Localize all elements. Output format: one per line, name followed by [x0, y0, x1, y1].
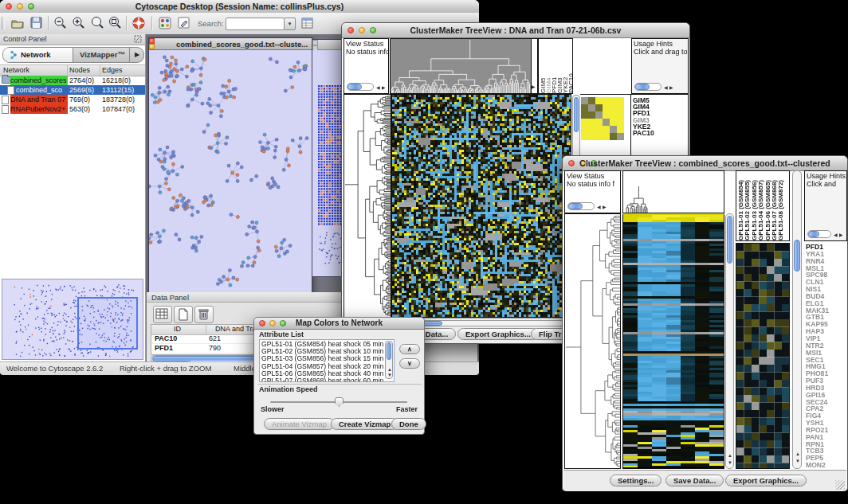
- attribute-browser-button[interactable]: [300, 15, 316, 31]
- tab-network-label: Network: [21, 50, 50, 59]
- done-button[interactable]: Done: [391, 418, 426, 430]
- right-panel-vscrollbar[interactable]: ▲ ▼: [792, 170, 802, 469]
- attribute-list-item[interactable]: GPL51-07 (GSM868) heat shock 60 min: [261, 377, 383, 382]
- zoom-selected-button[interactable]: [107, 15, 123, 31]
- tab-network[interactable]: Network: [3, 48, 73, 62]
- export-graphics-button[interactable]: Export Graphics...: [725, 475, 807, 486]
- usage-hints-title: Usage Hints: [634, 40, 673, 48]
- usage-hints-text: Click and: [807, 180, 836, 188]
- search-dropdown-button[interactable]: ▾: [284, 18, 296, 30]
- main-titlebar[interactable]: Cytoscape Desktop (Session Name: collins…: [0, 0, 479, 14]
- zoom-fit-button[interactable]: [89, 15, 105, 31]
- treeview-dna-title: ClusterMaker TreeView : DNA and Tran 07-…: [342, 25, 689, 35]
- status-welcome: Welcome to Cytoscape 2.6.2: [6, 364, 103, 373]
- animate-vizmap-button[interactable]: Animate Vizmap: [264, 418, 335, 430]
- move-up-button[interactable]: ∧: [399, 344, 420, 354]
- annotation-button[interactable]: [176, 15, 192, 31]
- heatmap-vscrollbar[interactable]: ▲ ▼: [725, 213, 734, 469]
- move-down-button[interactable]: ∨: [399, 358, 420, 369]
- data-panel-title: Data Panel: [151, 293, 189, 302]
- search-input[interactable]: [226, 18, 285, 30]
- view-status-title: View Status: [567, 172, 604, 180]
- network-canvas[interactable]: [149, 50, 310, 291]
- map-colors-titlebar[interactable]: Map Colors to Network: [254, 318, 424, 330]
- treeview-combined-title: ClusterMaker TreeView : combined_scores_…: [563, 158, 847, 168]
- search-label: Search:: [198, 19, 224, 28]
- treeview-combined-buttonbar: Settings... Save Data... Export Graphics…: [563, 470, 846, 491]
- close-icon[interactable]: [312, 40, 318, 45]
- network-row[interactable]: combined_scores 2764(0) 16218(0): [0, 76, 145, 85]
- network-view-title: combined_scores_good.txt--cluste...: [176, 40, 310, 49]
- column-labels-panel: GPL51-01 (GSM854)GPL51-02 (GSM855)GPL51-…: [736, 170, 790, 241]
- usage-hints-panel: Usage Hints Click and drag to ◀▶: [631, 38, 689, 94]
- vizmapper-button[interactable]: [157, 15, 173, 31]
- control-panel: Control Panel Network VizMapper™ ▶ Netwo…: [0, 34, 146, 361]
- heatmap-panel[interactable]: [391, 94, 571, 318]
- attribute-list[interactable]: GPL51-01 (GSM854) heat shock 05 minGPL51…: [259, 339, 395, 382]
- open-file-button[interactable]: [10, 15, 26, 31]
- slider-thumb[interactable]: [335, 397, 344, 407]
- control-panel-title: Control Panel: [3, 35, 47, 43]
- id-column-header[interactable]: ID: [174, 325, 181, 333]
- create-vizmap-button[interactable]: Create Vizmap: [331, 418, 398, 430]
- dialog-title: Map Colors to Network: [254, 318, 424, 327]
- column-label: PAC10: [568, 41, 573, 93]
- view-status-text: No status info f: [567, 180, 614, 188]
- window-title: Cytoscape Desktop (Session Name: collins…: [0, 2, 479, 11]
- usage-hints-title: Usage Hints: [807, 172, 846, 180]
- minimize-icon[interactable]: [149, 44, 155, 49]
- zoom-in-button[interactable]: [71, 15, 87, 31]
- row-dendrogram-panel[interactable]: [344, 94, 391, 318]
- column-dendrogram-panel[interactable]: [390, 38, 532, 94]
- attribute-list-label: Attribute List: [259, 330, 304, 338]
- view-status-panel: View Status No status info f ◀▶: [564, 170, 621, 213]
- column-labels: GPL51-01 (GSM854)GPL51-02 (GSM855)GPL51-…: [738, 173, 785, 240]
- panel-tabs: Network VizMapper™ ▶: [2, 47, 144, 63]
- float-panel-icon[interactable]: [134, 35, 142, 43]
- resize-grip[interactable]: [835, 480, 845, 490]
- gene-labels-panel: PFD1YRA1RNR4MSL1SPC98CLN1NIS1BUD4ELG1MAK…: [804, 243, 847, 469]
- overview-viewport-rect[interactable]: [77, 297, 138, 350]
- tab-vizmapper-label: VizMapper™: [80, 50, 125, 59]
- close-icon[interactable]: [149, 38, 155, 44]
- treeview-combined-window: ClusterMaker TreeView : combined_scores_…: [562, 155, 848, 491]
- col-nodes[interactable]: Nodes: [69, 66, 90, 74]
- network-overview-panel: [2, 279, 143, 360]
- column-label: GPL51-08 (GSM872): [778, 173, 784, 240]
- settings-button[interactable]: Settings...: [610, 475, 662, 486]
- zoom-out-button[interactable]: [53, 15, 69, 31]
- animation-speed-slider[interactable]: [270, 397, 407, 408]
- select-attributes-button[interactable]: [153, 306, 172, 323]
- global-heatmap-panel[interactable]: [736, 243, 790, 469]
- faster-label: Faster: [396, 405, 418, 413]
- attribute-list-scrollbar[interactable]: ▲ ▼: [385, 341, 393, 379]
- network-row[interactable]: DNA and Tran 07 769(0) 183728(0): [0, 95, 145, 104]
- network-tab-icon: [10, 50, 18, 60]
- network-row[interactable]: RNAPuberNov2+ 563(0) 107847(0): [0, 104, 145, 114]
- col-network[interactable]: Network: [3, 66, 29, 74]
- column-labels: GIM5GIM4PFD1GIM3YKE2PAC10: [540, 41, 573, 93]
- export-graphics-button[interactable]: Export Graphics...: [457, 328, 539, 340]
- col-edges[interactable]: Edges: [102, 66, 123, 74]
- column-labels-panel: GIM5GIM4PFD1GIM3YKE2PAC10: [538, 38, 573, 94]
- view-status-panel: View Status No status info f ◀▶: [344, 38, 389, 94]
- treeview-dna-titlebar[interactable]: ClusterMaker TreeView : DNA and Tran 07-…: [342, 23, 689, 38]
- delete-attribute-button[interactable]: [194, 306, 214, 323]
- desktop: Cytoscape Desktop (Session Name: collins…: [0, 0, 848, 504]
- save-data-button[interactable]: Save Data...: [665, 475, 724, 486]
- network-row[interactable]: combined_sco 2569(6) 13112(15): [0, 85, 145, 95]
- network-view-titlebar[interactable]: combined_scores_good.txt--cluste...: [149, 38, 312, 50]
- network-table-header: Network Nodes Edges: [0, 64, 145, 76]
- dendrogram-gutter: ▶: [532, 38, 538, 94]
- row-dendrogram-panel[interactable]: [564, 213, 621, 469]
- tab-vizmapper[interactable]: VizMapper™: [73, 48, 129, 62]
- gene-labels: PFD1YRA1RNR4MSL1SPC98CLN1NIS1BUD4ELG1MAK…: [806, 244, 829, 469]
- tab-overflow-button[interactable]: ▶: [129, 48, 144, 62]
- create-attribute-button[interactable]: [174, 306, 193, 323]
- column-dendrogram-panel[interactable]: [622, 170, 724, 213]
- column-label: GPL51-04 (GSM857): [758, 173, 764, 240]
- help-button[interactable]: [131, 15, 147, 31]
- heatmap-panel[interactable]: [622, 213, 724, 469]
- treeview-combined-titlebar[interactable]: ClusterMaker TreeView : combined_scores_…: [563, 156, 847, 171]
- save-button[interactable]: [29, 15, 45, 31]
